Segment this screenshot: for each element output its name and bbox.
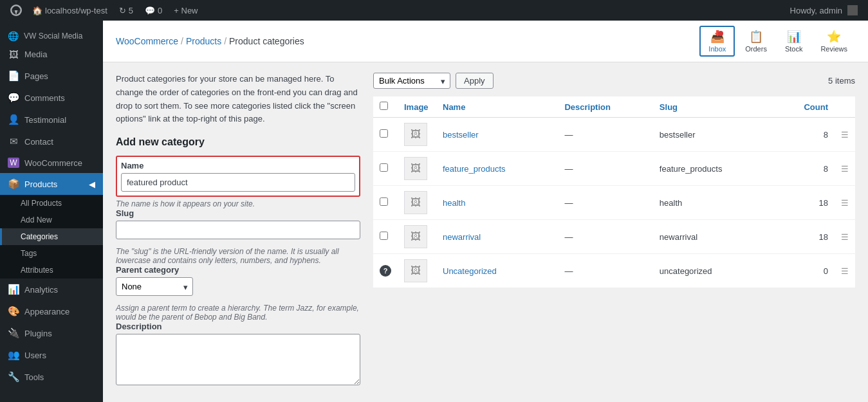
parent-label: Parent category [116,265,360,275]
adminbar-right: Howdy, admin [785,5,863,15]
description-label: Description [116,322,360,331]
apply-button[interactable]: Apply [456,73,494,89]
adminbar-site[interactable]: 🏠 localhost/wp-test [27,0,113,21]
row-count-cell: 18 [775,186,835,220]
row-image-cell: 🖼 [398,186,436,220]
submenu-tags[interactable]: Tags [0,245,103,262]
drag-handle-icon[interactable]: ☰ [841,266,849,276]
select-all-checkbox[interactable] [380,102,388,110]
sidebar-item-analytics[interactable]: 📊 Analytics [0,279,103,300]
name-input[interactable] [121,173,355,192]
submenu-add-new[interactable]: Add New [0,212,103,228]
row-count-cell: 8 [775,152,835,186]
category-name-link[interactable]: feature_products [443,164,506,174]
sidebar-item-users[interactable]: 👥 Users [0,344,103,366]
drag-handle-icon[interactable]: ☰ [841,232,849,242]
sidebar-item-products[interactable]: 📦 Products ◀ [0,173,103,195]
row-checkbox[interactable] [380,163,388,172]
drag-handle-icon[interactable]: ☰ [841,164,849,174]
image-placeholder: 🖼 [404,157,427,180]
parent-field: Parent category None [116,265,360,296]
reviews-icon: ⭐ [827,30,841,44]
plugins-icon: 🔌 [8,327,19,339]
sidebar-item-appearance[interactable]: 🎨 Appearance [0,300,103,322]
row-image-cell: 🖼 [398,254,436,288]
sidebar-item-comments[interactable]: 💬 Comments [0,87,103,109]
image-placeholder: 🖼 [404,123,427,146]
category-name-link[interactable]: bestseller [443,130,479,140]
howdy-text: Howdy, admin [790,6,842,15]
col-header-count[interactable]: Count [775,96,835,118]
col-header-name[interactable]: Name [436,96,558,118]
sidebar-item-media[interactable]: 🖼 Media [0,44,103,65]
breadcrumb-woocommerce[interactable]: WooCommerce [116,36,178,46]
row-checkbox[interactable] [380,129,388,138]
submenu-categories[interactable]: Categories [0,228,103,245]
avatar[interactable] [847,5,858,15]
row-name-cell: health [436,186,558,220]
main-content: WooCommerce / Products / Product categor… [103,21,868,402]
wp-logo[interactable] [5,5,27,16]
comments-icon: 💬 [8,92,19,104]
row-description-cell: — [558,186,652,220]
row-check-cell [373,152,398,186]
tools-icon: 🔧 [8,371,19,383]
col-header-image: Image [398,96,436,118]
stock-button[interactable]: 📊 Stock [777,27,811,55]
sidebar-item-label: Plugins [24,329,52,338]
row-slug-cell: health [653,186,775,220]
drag-handle-icon[interactable]: ☰ [841,130,849,140]
sidebar-item-testimonial[interactable]: 👤 Testimonial [0,109,103,131]
name-field-wrapper: Name [116,156,360,197]
submenu-attributes[interactable]: Attributes [0,262,103,279]
sidebar-item-pages[interactable]: 📄 Pages [0,65,103,87]
row-checkbox[interactable] [380,232,388,240]
woocommerce-icon: W [8,158,19,168]
category-name-link[interactable]: Uncategorized [443,266,497,276]
users-icon: 👥 [8,349,19,361]
adminbar-comments[interactable]: 💬 0 [140,0,167,21]
sidebar-item-label: Analytics [24,285,58,295]
table-toolbar-left: Bulk Actions Apply [373,73,494,89]
row-name-cell: newarrival [436,220,558,254]
category-name-link[interactable]: health [443,198,465,208]
sidebar-item-tools[interactable]: 🔧 Tools [0,366,103,388]
row-slug-cell: newarrival [653,220,775,254]
row-description-cell: — [558,118,652,152]
adminbar-new[interactable]: + New [169,0,203,21]
sidebar-item-contact[interactable]: ✉ Contact [0,131,103,152]
content-header: WooCommerce / Products / Product categor… [103,21,868,62]
bulk-actions-select[interactable]: Bulk Actions [373,73,450,89]
breadcrumb-products[interactable]: Products [186,36,221,46]
help-icon[interactable]: ? [380,265,391,277]
slug-input[interactable] [116,221,360,239]
comments-icon: 💬 [145,6,155,15]
orders-label: Orders [745,45,767,53]
site-name: localhost/wp-test [45,6,107,15]
adminbar-updates[interactable]: ↻ 5 [114,0,138,21]
sidebar-item-label: Pages [24,71,48,81]
row-actions-cell: ☰ [835,220,855,254]
submenu-all-products[interactable]: All Products [0,195,103,212]
table-row: 🖼 newarrival — newarrival 18 ☰ [373,220,855,254]
inbox-button[interactable]: 📥 Inbox [699,26,735,57]
col-header-check [373,96,398,118]
page-body: Product categories for your store can be… [103,62,868,402]
row-image-cell: 🖼 [398,152,436,186]
parent-select[interactable]: None [116,277,193,296]
drag-handle-icon[interactable]: ☰ [841,198,849,208]
description-textarea[interactable] [116,334,360,385]
row-name-cell: feature_products [436,152,558,186]
slug-field: Slug [116,208,360,239]
sidebar-item-woocommerce[interactable]: W WooCommerce [0,152,103,173]
reviews-button[interactable]: ⭐ Reviews [813,27,855,55]
stock-icon: 📊 [787,30,801,44]
table-row: 🖼 bestseller — bestseller 8 ☰ [373,118,855,152]
sidebar: 🌐 VW Social Media 🖼 Media 📄 Pages 💬 Comm… [0,21,103,402]
sidebar-item-plugins[interactable]: 🔌 Plugins [0,322,103,344]
row-checkbox[interactable] [380,197,388,206]
category-name-link[interactable]: newarrival [443,232,481,242]
admin-bar: 🏠 localhost/wp-test ↻ 5 💬 0 + New Howdy,… [0,0,868,21]
orders-button[interactable]: 📋 Orders [737,27,775,55]
table-row: ? 🖼 Uncategorized — uncategorized 0 ☰ [373,254,855,288]
